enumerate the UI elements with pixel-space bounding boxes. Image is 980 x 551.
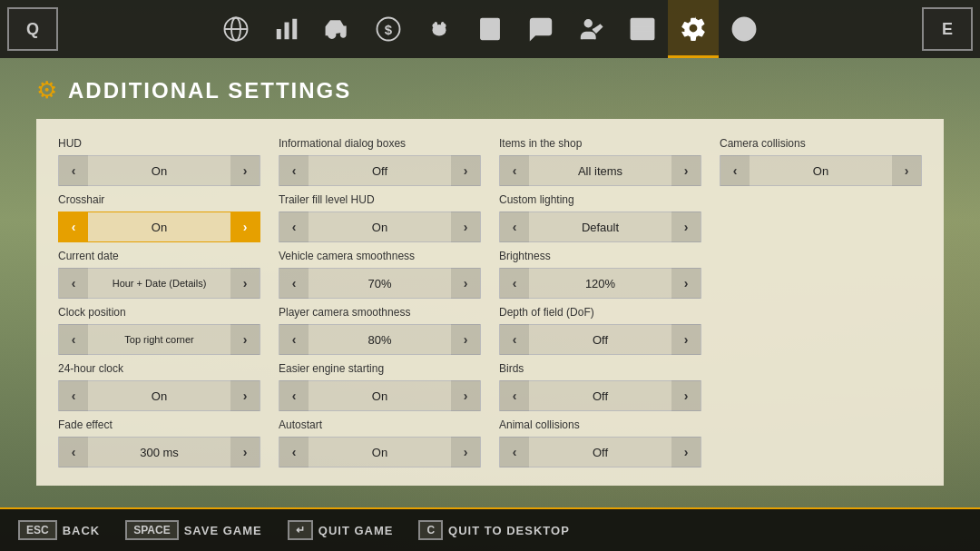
setting-brightness-label: Brightness — [499, 250, 701, 262]
space-key-badge: SPACE — [125, 520, 178, 540]
setting-engine-start-next[interactable]: › — [451, 380, 480, 411]
setting-crosshair-label: Crosshair — [58, 193, 260, 206]
setting-player-camera-next[interactable]: › — [451, 324, 480, 355]
setting-fade-effect-prev[interactable]: ‹ — [59, 437, 88, 467]
setting-engine-start-value: On — [309, 389, 451, 403]
setting-clock-position-value: Top right corner — [88, 334, 230, 345]
settings-col4: Camera collisions ‹ On › — [720, 137, 922, 467]
setting-dialog-boxes-value: Off — [309, 164, 451, 178]
tab-world[interactable] — [211, 0, 261, 58]
setting-hud-control: ‹ On › — [58, 155, 260, 186]
tab-chat[interactable] — [515, 0, 566, 58]
setting-custom-lighting: Custom lighting ‹ Default › — [499, 193, 701, 242]
setting-shop-items-label: Items in the shop — [499, 137, 701, 150]
tab-players[interactable] — [566, 0, 617, 58]
setting-shop-items-prev[interactable]: ‹ — [500, 155, 529, 186]
tab-stats[interactable] — [261, 0, 312, 58]
action-quit-game[interactable]: ↵ QUIT GAME — [288, 520, 394, 540]
setting-clock-position-next[interactable]: › — [230, 324, 260, 355]
setting-fade-effect: Fade effect ‹ 300 ms › — [58, 418, 260, 467]
setting-custom-lighting-next[interactable]: › — [671, 212, 701, 242]
setting-dialog-boxes-control: ‹ Off › — [279, 155, 481, 186]
setting-dof-label: Depth of field (DoF) — [499, 306, 701, 319]
setting-dialog-boxes: Informational dialog boxes ‹ Off › — [279, 137, 481, 186]
setting-fade-effect-label: Fade effect — [58, 418, 260, 431]
tab-missions[interactable] — [465, 0, 515, 58]
setting-24hour-clock-prev[interactable]: ‹ — [59, 380, 88, 411]
setting-birds-value: Off — [529, 389, 671, 403]
setting-player-camera-prev[interactable]: ‹ — [279, 324, 309, 355]
action-back[interactable]: ESC BACK — [18, 520, 100, 540]
setting-player-camera-label: Player camera smoothness — [279, 306, 481, 319]
setting-animal-collisions-prev[interactable]: ‹ — [500, 437, 529, 467]
setting-brightness-next[interactable]: › — [671, 268, 701, 299]
setting-dialog-boxes-next[interactable]: › — [451, 155, 480, 186]
setting-vehicle-camera-next[interactable]: › — [451, 268, 480, 299]
setting-hud-label: HUD — [58, 137, 260, 150]
setting-vehicle-camera-control: ‹ 70% › — [279, 268, 481, 299]
setting-crosshair-next[interactable]: › — [230, 212, 260, 242]
setting-hud-value: On — [88, 164, 230, 178]
setting-engine-start: Easier engine starting ‹ On › — [279, 362, 481, 411]
setting-animal-collisions: Animal collisions ‹ Off › — [499, 418, 701, 467]
tab-economy[interactable]: $ — [363, 0, 414, 58]
setting-clock-position-prev[interactable]: ‹ — [59, 324, 88, 355]
setting-hud-next[interactable]: › — [230, 155, 260, 186]
save-game-label: SAVE GAME — [184, 524, 262, 537]
setting-animal-collisions-next[interactable]: › — [671, 437, 701, 467]
settings-col3: Items in the shop ‹ All items › Custom l… — [499, 137, 701, 467]
setting-hud: HUD ‹ On › — [58, 137, 260, 186]
setting-engine-start-prev[interactable]: ‹ — [279, 380, 309, 411]
setting-camera-collisions-label: Camera collisions — [720, 137, 922, 150]
setting-camera-collisions-prev[interactable]: ‹ — [720, 155, 750, 186]
setting-custom-lighting-prev[interactable]: ‹ — [500, 212, 529, 242]
setting-hud-prev[interactable]: ‹ — [59, 155, 88, 186]
setting-camera-collisions-next[interactable]: › — [892, 155, 921, 186]
quit-game-label: QUIT GAME — [318, 524, 394, 537]
setting-autostart-prev[interactable]: ‹ — [279, 437, 309, 467]
tab-map[interactable] — [617, 0, 668, 58]
setting-current-date-next[interactable]: › — [230, 268, 260, 299]
e-button[interactable]: E — [922, 7, 973, 51]
setting-fade-effect-next[interactable]: › — [230, 437, 260, 467]
q-button[interactable]: Q — [7, 7, 58, 51]
setting-autostart-label: Autostart — [279, 418, 481, 431]
nav-tabs: $ — [58, 0, 922, 58]
setting-trailer-fill-next[interactable]: › — [451, 212, 480, 242]
setting-trailer-fill-prev[interactable]: ‹ — [279, 212, 309, 242]
setting-vehicle-camera-prev[interactable]: ‹ — [279, 268, 309, 299]
setting-crosshair-prev[interactable]: ‹ — [59, 212, 88, 242]
tab-animals[interactable] — [414, 0, 465, 58]
setting-custom-lighting-value: Default — [529, 221, 671, 234]
setting-player-camera: Player camera smoothness ‹ 80% › — [279, 306, 481, 355]
setting-autostart-value: On — [309, 446, 451, 459]
setting-dof-next[interactable]: › — [671, 324, 701, 355]
setting-birds: Birds ‹ Off › — [499, 362, 701, 411]
tab-settings[interactable] — [668, 0, 719, 58]
setting-shop-items-control: ‹ All items › — [499, 155, 701, 186]
setting-24hour-clock-next[interactable]: › — [230, 380, 260, 411]
setting-current-date-prev[interactable]: ‹ — [59, 268, 88, 299]
setting-dialog-boxes-prev[interactable]: ‹ — [279, 155, 309, 186]
setting-birds-next[interactable]: › — [671, 380, 701, 411]
nav-left: Q — [7, 7, 58, 51]
setting-vehicle-camera-value: 70% — [309, 277, 451, 290]
setting-crosshair-control: ‹ On › — [58, 212, 260, 242]
bottom-bar: ESC BACK SPACE SAVE GAME ↵ QUIT GAME C Q… — [0, 507, 980, 551]
setting-24hour-clock-control: ‹ On › — [58, 380, 260, 411]
setting-vehicle-camera: Vehicle camera smoothness ‹ 70% › — [279, 250, 481, 299]
svg-point-13 — [434, 22, 437, 27]
setting-player-camera-control: ‹ 80% › — [279, 324, 481, 355]
setting-dof-prev[interactable]: ‹ — [500, 324, 529, 355]
setting-autostart-next[interactable]: › — [451, 437, 480, 467]
setting-fade-effect-value: 300 ms — [88, 446, 230, 459]
setting-shop-items-next[interactable]: › — [671, 155, 701, 186]
tab-info[interactable] — [719, 0, 769, 58]
setting-animal-collisions-label: Animal collisions — [499, 418, 701, 431]
setting-birds-prev[interactable]: ‹ — [500, 380, 529, 411]
action-quit-desktop[interactable]: C QUIT TO DESKTOP — [418, 520, 569, 540]
setting-current-date-value: Hour + Date (Details) — [88, 278, 230, 289]
action-save-game[interactable]: SPACE SAVE GAME — [125, 520, 262, 540]
tab-farm[interactable] — [312, 0, 363, 58]
setting-brightness-prev[interactable]: ‹ — [500, 268, 529, 299]
